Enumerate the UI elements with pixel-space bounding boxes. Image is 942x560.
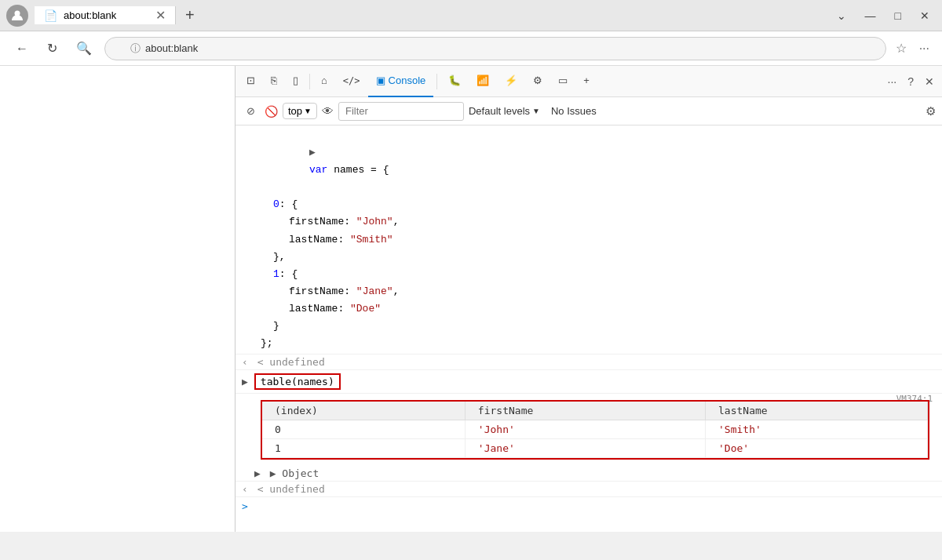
expand-arrow-icon[interactable]: ▶ [309, 147, 316, 158]
network-icon: 📶 [476, 75, 489, 86]
devtools-tab-debug[interactable]: 🐛 [440, 66, 469, 97]
undefined-result-2: ‹ < undefined [236, 482, 942, 497]
default-levels-label: Default levels [469, 105, 530, 117]
close-button[interactable]: ✕ [914, 6, 936, 25]
bug-icon: 🐛 [448, 75, 461, 86]
nav-right: ☆ ··· [893, 38, 933, 59]
main-area: ⊡ ⎘ ▯ ⌂ </> ▣ Console 🐛 [0, 66, 942, 532]
devtools-tab-performance[interactable]: ⚡ [497, 66, 525, 97]
data-table-wrapper: (index) firstName lastName 0 'John' 'Smi… [261, 400, 929, 460]
select-icon: ⊡ [246, 75, 255, 86]
undefined-text-1: < undefined [257, 356, 325, 368]
tab-title: about:blank [64, 9, 149, 21]
title-bar-right: ⌄ — □ ✕ [831, 6, 936, 25]
var-declaration-entry: ▶ var names = { 0: { firstName: "John", … [236, 125, 942, 355]
row-1-lastname: 'Doe' [706, 439, 928, 458]
eye-icon[interactable]: 👁 [322, 104, 334, 118]
table-header-row: (index) firstName lastName [262, 402, 928, 420]
storage-icon: ▭ [558, 75, 568, 86]
filter-input[interactable] [338, 102, 464, 121]
devtools-more-button[interactable]: ··· [883, 72, 902, 91]
object-expand-icon: ▶ [254, 467, 261, 479]
console-tab-label: Console [389, 75, 426, 86]
device-icon: ⎘ [271, 75, 277, 86]
undefined-result-1: ‹ < undefined [236, 355, 942, 370]
plus-icon: + [583, 75, 590, 86]
result-arrow-icon-2: ‹ [242, 483, 248, 495]
back-button[interactable]: ← [9, 38, 35, 59]
refresh-button[interactable]: ↻ [41, 38, 64, 59]
context-label: top [288, 105, 302, 117]
undefined-text-2: < undefined [257, 483, 325, 495]
table-row: 1 'Jane' 'Doe' [262, 439, 928, 458]
devtools-tab-console[interactable]: ▣ Console [368, 66, 434, 97]
elements-icon: </> [343, 75, 360, 86]
console-icon: ▣ [376, 75, 385, 86]
devtools-tab-elements[interactable]: </> [335, 66, 368, 97]
devtools-tab-storage[interactable]: ▭ [550, 66, 575, 97]
col-lastname-header: lastName [706, 402, 928, 420]
cmd-expand-icon[interactable]: ▶ [242, 376, 248, 387]
context-selector[interactable]: top ▼ [283, 103, 317, 119]
more-button[interactable]: ··· [916, 38, 933, 59]
home-icon: ⌂ [321, 75, 327, 86]
address-info-icon: ⓘ [130, 42, 141, 56]
devtools-tab-select[interactable]: ⊡ [239, 66, 263, 97]
devtools-tab-device[interactable]: ⎘ [263, 66, 285, 97]
console-toolbar: ⊘ 🚫 top ▼ 👁 Default levels ▼ No Issues ⚙ [236, 97, 942, 125]
clear-icon: ⊘ [246, 105, 255, 117]
log-levels-selector[interactable]: Default levels ▼ [469, 105, 540, 117]
user-avatar [6, 5, 28, 27]
devtools-close-button[interactable]: ✕ [920, 72, 939, 91]
names-table: (index) firstName lastName 0 'John' 'Smi… [262, 402, 928, 458]
table-row: 0 'John' 'Smith' [262, 420, 928, 439]
row-0-lastname: 'Smith' [706, 420, 928, 439]
devtools-panel: ⊡ ⎘ ▯ ⌂ </> ▣ Console 🐛 [236, 66, 942, 532]
block-icon: 🚫 [265, 105, 278, 118]
favorite-icon[interactable]: ☆ [893, 38, 910, 59]
row-1-index: 1 [262, 439, 465, 458]
devtools-toolbar: ⊡ ⎘ ▯ ⌂ </> ▣ Console 🐛 [236, 66, 942, 97]
clear-console-button[interactable]: ⊘ [242, 104, 260, 118]
object-label: ▶ Object [270, 467, 319, 479]
title-bar-left [6, 5, 28, 27]
levels-arrow-icon: ▼ [532, 107, 540, 115]
maximize-button[interactable]: □ [889, 6, 907, 25]
address-text: about:blank [145, 42, 198, 54]
browser-content-pane [0, 66, 236, 532]
result-arrow-icon: ‹ [242, 356, 248, 368]
console-settings-icon[interactable]: ⚙ [926, 104, 936, 118]
table-cmd-entry: ▶ table(names) [236, 370, 942, 394]
row-1-firstname: 'Jane' [465, 439, 705, 458]
object-result[interactable]: ▶ ▶ Object [236, 466, 942, 482]
sidebar-icon: ▯ [293, 75, 298, 86]
address-bar[interactable]: ⓘ about:blank [104, 37, 886, 60]
row-0-index: 0 [262, 420, 465, 439]
devtools-tab-home[interactable]: ⌂ [313, 66, 335, 97]
no-issues-label: No Issues [551, 105, 597, 117]
nav-bar: ← ↻ 🔍 ⓘ about:blank ☆ ··· [0, 31, 942, 66]
search-button[interactable]: 🔍 [70, 38, 98, 59]
row-0-firstname: 'John' [465, 420, 705, 439]
devtools-tab-sidebar[interactable]: ▯ [285, 66, 306, 97]
chevron-down-icon[interactable]: ⌄ [831, 6, 853, 25]
new-tab-button[interactable]: + [176, 6, 204, 24]
table-command: table(names) [254, 373, 341, 390]
toolbar-separator-2 [436, 74, 437, 89]
performance-icon: ⚡ [505, 75, 517, 86]
devtools-tab-more-tools[interactable]: + [575, 66, 597, 97]
minimize-button[interactable]: — [859, 6, 882, 25]
toolbar-separator-1 [309, 74, 310, 89]
prompt-icon: > [242, 500, 248, 512]
console-prompt[interactable]: > [236, 497, 942, 515]
table-output-container: VM374:1 (index) firstName lastName [236, 394, 942, 466]
memory-icon: ⚙ [533, 75, 542, 86]
tab-close-button[interactable]: ✕ [155, 8, 166, 23]
browser-tab[interactable]: 📄 about:blank ✕ [35, 6, 176, 24]
devtools-tab-network[interactable]: 📶 [469, 66, 497, 97]
dropdown-arrow-icon: ▼ [304, 107, 312, 115]
col-index-header: (index) [262, 402, 465, 420]
col-firstname-header: firstName [465, 402, 705, 420]
devtools-help-button[interactable]: ? [903, 72, 918, 91]
devtools-tab-memory[interactable]: ⚙ [525, 66, 550, 97]
